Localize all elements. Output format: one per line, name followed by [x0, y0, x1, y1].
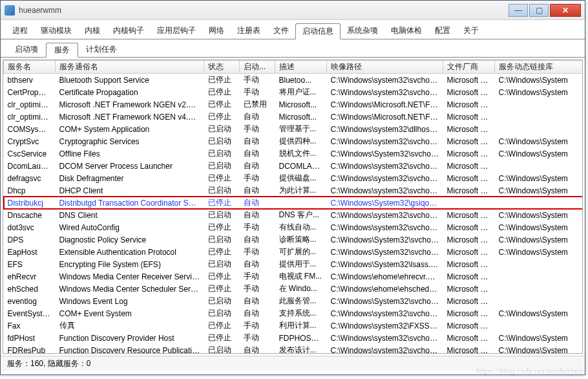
- cell: 已停止: [204, 111, 240, 123]
- col-header-4[interactable]: 描述: [275, 61, 327, 74]
- col-header-3[interactable]: 启动...: [240, 61, 275, 74]
- cell: COMSysApp: [4, 123, 56, 135]
- cell: C:\Windows\System: [495, 74, 583, 87]
- cell: C:\Windows\system32\svchost....: [327, 332, 443, 344]
- cell: 已停止: [204, 86, 240, 98]
- main-tab-9[interactable]: 系统杂项: [341, 23, 384, 39]
- table-row[interactable]: DPSDiagnostic Policy Service已启动自动诊断策略...…: [4, 233, 583, 246]
- cell: eventlog: [4, 295, 56, 307]
- sub-tabbar: 启动项服务计划任务: [1, 39, 585, 58]
- main-tab-7[interactable]: 文件: [267, 23, 295, 39]
- main-tab-1[interactable]: 驱动模块: [34, 23, 78, 39]
- cell: CryptSvc: [4, 135, 56, 147]
- cell: C:\Windows\system32\svchost....: [327, 74, 443, 87]
- minimize-button[interactable]: —: [509, 4, 528, 17]
- cell: Offline Files: [56, 147, 204, 160]
- main-tab-5[interactable]: 网络: [202, 23, 231, 39]
- cell: 电视或 FM...: [275, 270, 327, 283]
- cell: FDPHOST ...: [275, 332, 327, 344]
- cell: 已启动: [204, 135, 240, 147]
- cell: 已启动: [204, 295, 240, 307]
- col-header-5[interactable]: 映像路径: [327, 61, 443, 74]
- cell: 自动: [240, 147, 275, 160]
- cell: C:\Windows\Microsoft.NET\Fra...: [327, 98, 443, 111]
- cell: 自动: [240, 295, 275, 307]
- col-header-6[interactable]: 文件厂商: [443, 61, 495, 74]
- cell: 已启动: [204, 209, 240, 221]
- table-row[interactable]: COMSysAppCOM+ System Application已启动手动管理基…: [4, 123, 583, 135]
- cell: 自动: [240, 307, 275, 319]
- cell: Disk Defragmenter: [56, 172, 204, 184]
- table-row[interactable]: dot3svcWired AutoConfig已停止手动有线自动...C:\Wi…: [4, 221, 583, 233]
- maximize-button[interactable]: ▢: [529, 4, 549, 17]
- sub-tab-2[interactable]: 计划任务: [78, 43, 125, 58]
- table-row[interactable]: fdPHostFunction Discovery Provider Host已…: [4, 332, 583, 344]
- services-grid[interactable]: 服务名服务通俗名状态启动...描述映像路径文件厂商服务动态链接库 bthserv…: [3, 60, 583, 354]
- cell: C:\Windows\ehome\ehsched.exe: [327, 283, 443, 295]
- cell: Microsoft C...: [443, 147, 495, 160]
- cell: Microsoft C...: [443, 295, 495, 307]
- main-tab-8[interactable]: 启动信息: [295, 23, 341, 39]
- close-button[interactable]: ✕: [550, 4, 581, 17]
- cell: C:\Windows\System: [495, 184, 583, 197]
- table-row[interactable]: eventlogWindows Event Log已启动自动此服务管...C:\…: [4, 295, 583, 307]
- cell: 利用计算...: [275, 319, 327, 332]
- cell: Function Discovery Resource Publication: [56, 344, 204, 354]
- cell: C:\Windows\System32\svchost....: [327, 147, 443, 160]
- sub-tab-0[interactable]: 启动项: [7, 43, 46, 58]
- col-header-7[interactable]: 服务动态链接库: [495, 61, 583, 74]
- cell: C:\Windows\System32\gsiqoo.exe: [327, 197, 443, 209]
- table-row[interactable]: EFSEncrypting File System (EFS)已启动自动提供用于…: [4, 258, 583, 270]
- table-row[interactable]: CertPropSvcCertificate Propagation已停止手动将…: [4, 86, 583, 98]
- cell: Microsoft C...: [443, 111, 495, 123]
- main-tab-3[interactable]: 内核钩子: [107, 23, 151, 39]
- table-row[interactable]: ehSchedWindows Media Center Scheduler Se…: [4, 283, 583, 295]
- cell: 将用户证...: [275, 86, 327, 98]
- main-tab-4[interactable]: 应用层钩子: [151, 23, 202, 39]
- sub-tab-1[interactable]: 服务: [46, 43, 78, 58]
- window-buttons: — ▢ ✕: [507, 4, 581, 17]
- table-row[interactable]: DistribukcjDistributgd Transaction Coord…: [4, 197, 583, 209]
- main-tab-10[interactable]: 电脑体检: [384, 23, 428, 39]
- table-row[interactable]: DnscacheDNS Client已启动自动DNS 客户...C:\Windo…: [4, 209, 583, 221]
- col-header-0[interactable]: 服务名: [4, 61, 56, 74]
- cell: clr_optimizat...: [4, 98, 56, 111]
- cell: Extensible Authentication Protocol: [56, 246, 204, 258]
- cell: 支持系统...: [275, 307, 327, 319]
- main-tab-11[interactable]: 配置: [428, 23, 457, 39]
- cell: C:\Windows\System: [495, 86, 583, 98]
- main-tab-6[interactable]: 注册表: [231, 23, 267, 39]
- titlebar[interactable]: hueaerwmm — ▢ ✕: [1, 1, 585, 20]
- table-row[interactable]: EventSystemCOM+ Event System已启动自动支持系统...…: [4, 307, 583, 319]
- cell: 已禁用: [240, 98, 275, 111]
- table-row[interactable]: ehRecvrWindows Media Center Receiver Ser…: [4, 270, 583, 283]
- cell: 已启动: [204, 344, 240, 354]
- window-title: hueaerwmm: [19, 6, 507, 15]
- cell: 提供磁盘...: [275, 172, 327, 184]
- table-row[interactable]: Fax传真已停止手动利用计算...C:\Windows\system32\FXS…: [4, 319, 583, 332]
- table-row[interactable]: EapHostExtensible Authentication Protoco…: [4, 246, 583, 258]
- cell: 手动: [240, 86, 275, 98]
- main-tab-12[interactable]: 关于: [457, 23, 485, 39]
- cell: 管理基于...: [275, 123, 327, 135]
- table-row[interactable]: bthservBluetooth Support Service已停止手动Blu…: [4, 74, 583, 87]
- cell: Wired AutoConfig: [56, 221, 204, 233]
- main-tab-2[interactable]: 内核: [78, 23, 107, 39]
- col-header-1[interactable]: 服务通俗名: [56, 61, 204, 74]
- table-row[interactable]: clr_optimizat...Microsoft .NET Framework…: [4, 111, 583, 123]
- table-row[interactable]: FDResPubFunction Discovery Resource Publ…: [4, 344, 583, 354]
- cell: bthserv: [4, 74, 56, 87]
- table-row[interactable]: DhcpDHCP Client已启动自动为此计算...C:\Windows\sy…: [4, 184, 583, 197]
- table-row[interactable]: clr_optimizat...Microsoft .NET Framework…: [4, 98, 583, 111]
- cell: [495, 258, 583, 270]
- cell: Microsoft C...: [443, 86, 495, 98]
- cell: fdPHost: [4, 332, 56, 344]
- main-tab-0[interactable]: 进程: [6, 23, 34, 39]
- col-header-2[interactable]: 状态: [204, 61, 240, 74]
- table-row[interactable]: CscServiceOffline Files已启动自动脱机文件...C:\Wi…: [4, 147, 583, 160]
- cell: Microsoft C...: [443, 332, 495, 344]
- table-row[interactable]: defragsvcDisk Defragmenter已停止手动提供磁盘...C:…: [4, 172, 583, 184]
- table-row[interactable]: CryptSvcCryptographic Services已启动自动提供四种.…: [4, 135, 583, 147]
- cell: 手动: [240, 270, 275, 283]
- table-row[interactable]: DcomLaunchDCOM Server Process Launcher已启…: [4, 160, 583, 172]
